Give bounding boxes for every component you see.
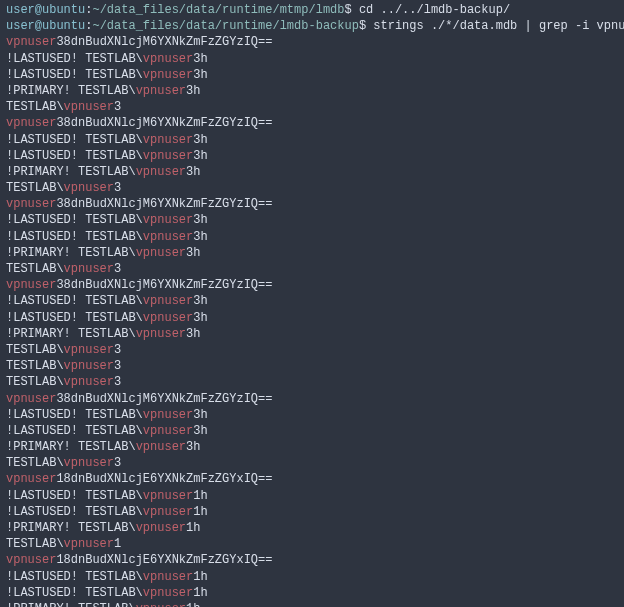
grep-match: vpnuser	[64, 359, 114, 373]
output-line: vpnuser38dnBudXNlcjM6YXNkZmFzZGYzIQ==	[6, 391, 618, 407]
output-line: !LASTUSED! TESTLAB\vpnuser1h	[6, 504, 618, 520]
command-input[interactable]: strings ./*/data.mdb | grep -i vpnuser	[373, 19, 624, 33]
grep-match: vpnuser	[6, 35, 56, 49]
output-line: TESTLAB\vpnuser1	[6, 536, 618, 552]
grep-match: vpnuser	[136, 84, 186, 98]
grep-match: vpnuser	[64, 262, 114, 276]
output-line: TESTLAB\vpnuser3	[6, 261, 618, 277]
grep-match: vpnuser	[136, 440, 186, 454]
output-line: !LASTUSED! TESTLAB\vpnuser3h	[6, 51, 618, 67]
output-line: vpnuser38dnBudXNlcjM6YXNkZmFzZGYzIQ==	[6, 115, 618, 131]
output-line: !LASTUSED! TESTLAB\vpnuser3h	[6, 148, 618, 164]
output-line: !LASTUSED! TESTLAB\vpnuser1h	[6, 488, 618, 504]
grep-match: vpnuser	[143, 133, 193, 147]
grep-match: vpnuser	[64, 100, 114, 114]
grep-match: vpnuser	[136, 165, 186, 179]
grep-match: vpnuser	[143, 149, 193, 163]
grep-match: vpnuser	[136, 246, 186, 260]
grep-match: vpnuser	[143, 68, 193, 82]
output-line: !PRIMARY! TESTLAB\vpnuser3h	[6, 245, 618, 261]
grep-match: vpnuser	[6, 116, 56, 130]
grep-match: vpnuser	[143, 505, 193, 519]
prompt-line[interactable]: user@ubuntu:~/data_files/data/runtime/mt…	[6, 2, 618, 18]
grep-match: vpnuser	[136, 602, 186, 607]
output-line: !LASTUSED! TESTLAB\vpnuser3h	[6, 407, 618, 423]
grep-match: vpnuser	[143, 294, 193, 308]
output-line: !LASTUSED! TESTLAB\vpnuser3h	[6, 132, 618, 148]
grep-match: vpnuser	[143, 230, 193, 244]
output-line: vpnuser18dnBudXNlcjE6YXNkZmFzZGYxIQ==	[6, 552, 618, 568]
grep-match: vpnuser	[143, 586, 193, 600]
grep-match: vpnuser	[64, 343, 114, 357]
output-line: !PRIMARY! TESTLAB\vpnuser3h	[6, 326, 618, 342]
output-line: vpnuser38dnBudXNlcjM6YXNkZmFzZGYzIQ==	[6, 196, 618, 212]
output-line: TESTLAB\vpnuser3	[6, 99, 618, 115]
grep-match: vpnuser	[6, 553, 56, 567]
grep-match: vpnuser	[143, 570, 193, 584]
output-line: !LASTUSED! TESTLAB\vpnuser3h	[6, 293, 618, 309]
output-line: TESTLAB\vpnuser3	[6, 342, 618, 358]
grep-match: vpnuser	[64, 456, 114, 470]
output-line: !LASTUSED! TESTLAB\vpnuser3h	[6, 212, 618, 228]
output-line: vpnuser38dnBudXNlcjM6YXNkZmFzZGYzIQ==	[6, 34, 618, 50]
output-line: TESTLAB\vpnuser3	[6, 180, 618, 196]
output-line: !PRIMARY! TESTLAB\vpnuser1h	[6, 520, 618, 536]
output-line: !PRIMARY! TESTLAB\vpnuser3h	[6, 83, 618, 99]
grep-match: vpnuser	[143, 408, 193, 422]
grep-match: vpnuser	[6, 472, 56, 486]
output-line: vpnuser18dnBudXNlcjE6YXNkZmFzZGYxIQ==	[6, 471, 618, 487]
grep-match: vpnuser	[6, 392, 56, 406]
output-line: TESTLAB\vpnuser3	[6, 374, 618, 390]
output-line: !LASTUSED! TESTLAB\vpnuser1h	[6, 569, 618, 585]
output-line: !PRIMARY! TESTLAB\vpnuser3h	[6, 164, 618, 180]
grep-match: vpnuser	[6, 278, 56, 292]
grep-match: vpnuser	[143, 213, 193, 227]
grep-match: vpnuser	[143, 311, 193, 325]
grep-match: vpnuser	[64, 181, 114, 195]
grep-match: vpnuser	[64, 375, 114, 389]
prompt-line[interactable]: user@ubuntu:~/data_files/data/runtime/lm…	[6, 18, 618, 34]
grep-match: vpnuser	[64, 537, 114, 551]
output-line: !LASTUSED! TESTLAB\vpnuser3h	[6, 229, 618, 245]
output-line: TESTLAB\vpnuser3	[6, 358, 618, 374]
grep-match: vpnuser	[6, 197, 56, 211]
output-line: TESTLAB\vpnuser3	[6, 455, 618, 471]
output-line: !LASTUSED! TESTLAB\vpnuser3h	[6, 423, 618, 439]
grep-match: vpnuser	[143, 489, 193, 503]
grep-match: vpnuser	[136, 327, 186, 341]
grep-match: vpnuser	[143, 424, 193, 438]
command-input[interactable]: cd ../../lmdb-backup/	[359, 3, 510, 17]
output-line: !PRIMARY! TESTLAB\vpnuser3h	[6, 439, 618, 455]
output-line: !LASTUSED! TESTLAB\vpnuser3h	[6, 67, 618, 83]
output-line: !LASTUSED! TESTLAB\vpnuser1h	[6, 585, 618, 601]
output-line: !PRIMARY! TESTLAB\vpnuser1h	[6, 601, 618, 607]
grep-match: vpnuser	[136, 521, 186, 535]
output-line: !LASTUSED! TESTLAB\vpnuser3h	[6, 310, 618, 326]
terminal-output[interactable]: user@ubuntu:~/data_files/data/runtime/mt…	[6, 2, 618, 607]
output-line: vpnuser38dnBudXNlcjM6YXNkZmFzZGYzIQ==	[6, 277, 618, 293]
grep-match: vpnuser	[143, 52, 193, 66]
